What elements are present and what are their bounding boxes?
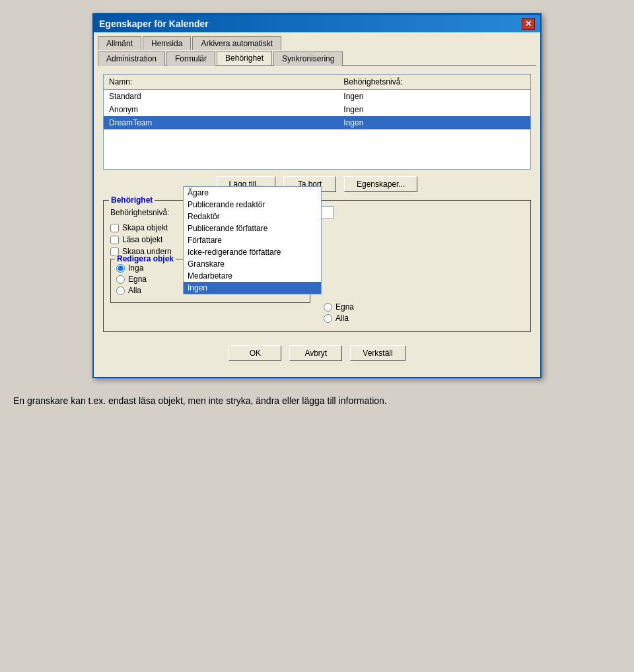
radio-inga-input[interactable] [116,264,125,273]
tabs-row1: Allmänt Hemsida Arkivera automatiskt [94,32,540,50]
behorighet-group: Behörighet Behörighetsnivå: Ägare Public… [103,200,531,332]
right-radio-alla-label: Alla [335,314,349,323]
footer-text: En granskare kan t.ex. endast läsa objek… [13,394,621,408]
row-name: DreamTeam [104,118,338,128]
title-bar: Egenskaper för Kalender ✕ [94,15,540,32]
redigera-label: Redigera objek [115,254,176,263]
apply-button[interactable]: Verkställ [350,345,405,361]
dropdown-item-agare[interactable]: Ägare [184,187,321,199]
col-level-header: Behörighetsnivå: [338,76,407,88]
checkbox-skapa-label: Skapa objekt [122,223,168,232]
row-name: Standard [104,91,338,102]
right-radio-egna-input[interactable] [324,303,332,312]
radio-alla-label: Alla [128,286,141,295]
right-radio-alla: Alla [324,314,524,323]
left-area: Skapa objekt Läsa objekt Skapa undern Re… [110,223,310,325]
tab-allman[interactable]: Allmänt [98,36,141,50]
radio-alla-input[interactable] [116,286,125,295]
dropdown-item-medarbetare[interactable]: Medarbetare [184,270,321,282]
tab-behorighet[interactable]: Behörighet [217,51,272,65]
row-level: Ingen [338,118,369,128]
right-radio-egna-label: Egna [335,302,354,312]
col-name-header: Namn: [104,76,338,88]
radio-inga-label: Inga [128,263,143,273]
tab-synkronisering[interactable]: Synkronisering [273,51,343,66]
checkbox-skapa-objekt[interactable] [110,224,119,232]
checkbox-lasa-label: Läsa objekt [122,235,162,244]
checkbox-lasa-objekt[interactable] [110,236,119,244]
permissions-area: Skapa objekt Läsa objekt Skapa undern Re… [110,223,524,325]
list-body: Standard Ingen Anonym Ingen DreamTeam In… [104,90,530,169]
footer-content: En granskare kan t.ex. endast läsa objek… [13,395,387,406]
bottom-buttons: OK Avbryt Verkställ [103,339,531,369]
right-radio-egna: Egna [324,302,524,312]
list-row-selected[interactable]: DreamTeam Ingen [104,116,530,129]
dropdown-item-redaktor[interactable]: Redaktör [184,211,321,222]
tabs-row2: Administration Formulär Behörighet Synkr… [94,51,540,65]
dialog-content: Namn: Behörighetsnivå: Standard Ingen An… [94,66,540,377]
cancel-button[interactable]: Avbryt [289,345,342,361]
tab-arkivera[interactable]: Arkivera automatiskt [192,36,281,50]
open-dropdown-list: Ägare Publicerande redaktör Redaktör Pub… [183,186,322,294]
dialog-title: Egenskaper för Kalender [99,18,209,29]
row-level: Ingen [338,91,369,102]
dropdown-item-ingen[interactable]: Ingen [184,282,321,294]
tab-hemsida[interactable]: Hemsida [143,36,191,50]
right-area: Egna Alla [324,302,524,325]
dropdown-item-forf[interactable]: Författare [184,234,321,246]
dropdown-item-granskare[interactable]: Granskare [184,258,321,270]
row-name: Anonym [104,104,338,115]
tab-formular[interactable]: Formulär [166,51,215,66]
dropdown-item-pub-red[interactable]: Publicerande redaktör [184,199,321,211]
tab-administration[interactable]: Administration [98,51,165,66]
list-header: Namn: Behörighetsnivå: [104,75,530,90]
dropdown-item-icke-red[interactable]: Icke-redigerande författare [184,246,321,258]
permission-list: Namn: Behörighetsnivå: Standard Ingen An… [103,74,531,170]
row-level: Ingen [338,104,369,115]
list-row[interactable]: Standard Ingen [104,90,530,103]
ok-button[interactable]: OK [229,345,281,361]
redigera-area: Redigera objek Inga Egna A [110,259,310,303]
radio-egna-label: Egna [128,275,147,284]
level-label: Behörighetsnivå: [110,208,183,217]
dropdown-item-pub-forf[interactable]: Publicerande författare [184,222,321,234]
list-row[interactable]: Anonym Ingen [104,103,530,116]
right-radio-alla-input[interactable] [324,314,332,323]
properties-button[interactable]: Egenskaper... [344,176,417,192]
dialog-window: Egenskaper för Kalender ✕ Allmänt Hemsid… [92,13,542,378]
behorighet-group-label: Behörighet [109,195,155,205]
radio-egna-input[interactable] [116,275,125,284]
close-button[interactable]: ✕ [522,18,535,30]
